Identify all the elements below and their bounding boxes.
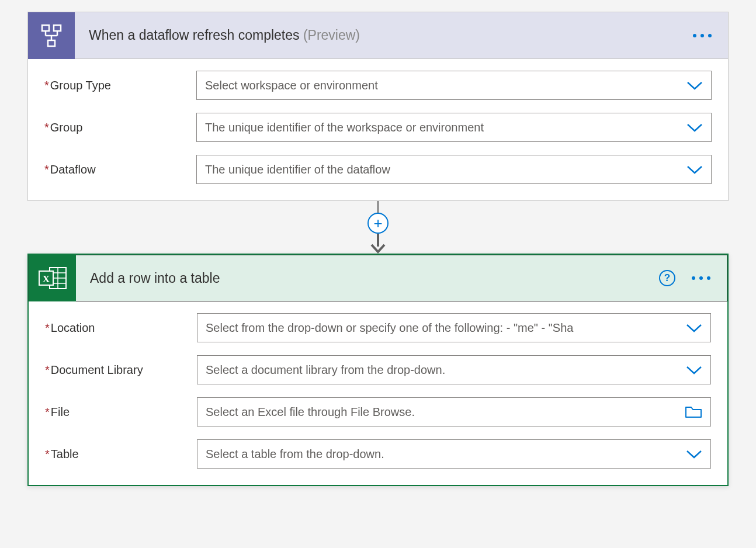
- trigger-title: When a dataflow refresh completes (Previ…: [89, 27, 688, 43]
- file-label: *File: [45, 405, 197, 419]
- dataflow-label: *Dataflow: [44, 163, 196, 176]
- flow-connector: +: [12, 201, 744, 254]
- file-browse[interactable]: Select an Excel file through File Browse…: [197, 397, 711, 426]
- group-dropdown[interactable]: The unique identifier of the workspace o…: [196, 113, 712, 142]
- action-more-menu[interactable]: [687, 272, 715, 285]
- chevron-down-icon: [686, 365, 702, 375]
- group-type-dropdown[interactable]: Select workspace or environment: [196, 71, 712, 100]
- trigger-card: When a dataflow refresh completes (Previ…: [27, 12, 729, 201]
- action-title: Add a row into a table: [90, 270, 659, 286]
- trigger-more-menu[interactable]: [688, 29, 716, 42]
- location-row: *Location Select from the drop-down or s…: [45, 313, 711, 342]
- chevron-down-icon: [686, 164, 703, 175]
- action-card: X Add a row into a table ? *Location Sel…: [27, 254, 729, 486]
- preview-tag: (Preview): [303, 27, 360, 43]
- document-library-label: *Document Library: [45, 363, 197, 377]
- location-dropdown[interactable]: Select from the drop-down or specify one…: [197, 313, 711, 342]
- dataflow-icon: [28, 12, 75, 59]
- svg-rect-0: [42, 25, 49, 31]
- help-button[interactable]: ?: [659, 270, 675, 286]
- chevron-down-icon: [686, 80, 703, 91]
- document-library-dropdown[interactable]: Select a document library from the drop-…: [197, 355, 711, 384]
- table-dropdown[interactable]: Select a table from the drop-down.: [197, 439, 711, 469]
- table-label: *Table: [45, 448, 197, 461]
- action-body: *Location Select from the drop-down or s…: [29, 301, 727, 485]
- arrow-down-icon: [370, 243, 386, 254]
- excel-icon: X: [29, 255, 76, 301]
- table-row: *Table Select a table from the drop-down…: [45, 439, 711, 469]
- svg-text:X: X: [43, 273, 50, 285]
- document-library-row: *Document Library Select a document libr…: [45, 355, 711, 384]
- folder-icon: [685, 405, 702, 419]
- group-row: *Group The unique identifier of the work…: [44, 113, 712, 142]
- action-header[interactable]: X Add a row into a table ?: [29, 255, 727, 301]
- chevron-down-icon: [686, 322, 702, 333]
- file-row: *File Select an Excel file through File …: [45, 397, 711, 426]
- add-step-button[interactable]: +: [367, 213, 389, 234]
- dataflow-dropdown[interactable]: The unique identifier of the dataflow: [196, 155, 712, 184]
- trigger-body: *Group Type Select workspace or environm…: [28, 59, 728, 200]
- location-label: *Location: [45, 321, 197, 335]
- dataflow-row: *Dataflow The unique identifier of the d…: [44, 155, 712, 184]
- trigger-header[interactable]: When a dataflow refresh completes (Previ…: [28, 12, 728, 59]
- svg-rect-1: [54, 25, 61, 31]
- group-type-label: *Group Type: [44, 79, 196, 92]
- group-type-row: *Group Type Select workspace or environm…: [44, 71, 712, 100]
- chevron-down-icon: [686, 122, 703, 133]
- group-label: *Group: [44, 121, 196, 134]
- chevron-down-icon: [686, 449, 702, 459]
- svg-rect-2: [48, 40, 55, 46]
